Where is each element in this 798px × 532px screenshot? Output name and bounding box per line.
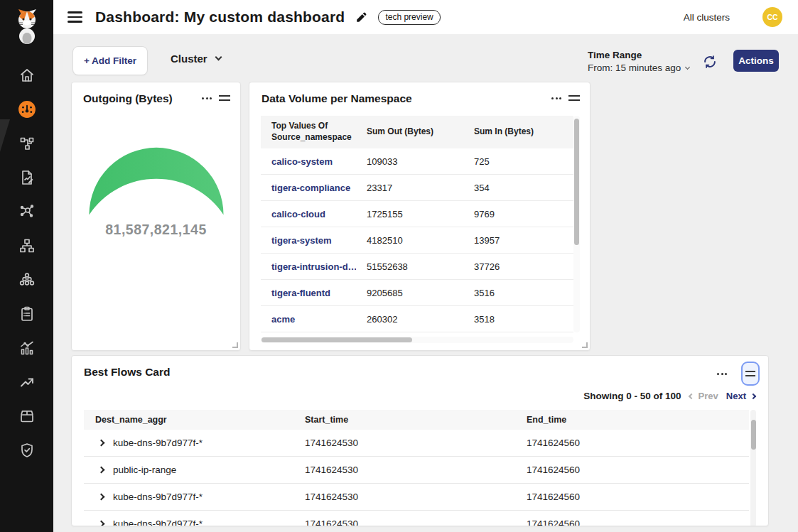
dest-name: kube-dns-9b7d977f-* (113, 438, 203, 448)
dest-name: public-ip-range (113, 465, 176, 475)
column-header: Top Values Of Source_namespace (261, 121, 356, 143)
card-title: Outgoing (Bytes) (83, 92, 173, 105)
namespace-link[interactable]: tigera-compliance (261, 183, 356, 193)
column-header: End_time (527, 415, 749, 425)
shield-check-icon[interactable] (0, 433, 53, 467)
card-resize-handle[interactable] (232, 342, 238, 348)
page-title: Dashboard: My custom dashboard (95, 9, 345, 26)
calico-logo[interactable] (13, 9, 41, 48)
card-menu-icon[interactable] (551, 94, 561, 102)
policies-icon[interactable] (0, 161, 53, 195)
table-row: calico-system 109033 725 (261, 148, 573, 175)
card-drag-handle-icon[interactable] (219, 92, 230, 104)
time-range-label: Time Range (588, 50, 689, 60)
trend-icon[interactable] (0, 365, 53, 399)
vertical-scrollbar[interactable] (750, 410, 756, 526)
table-row: acme 260302 3518 (261, 306, 573, 332)
outgoing-bytes-card: Outgoing (Bytes) 81,587,821,145 (71, 82, 241, 351)
expand-chevron-icon[interactable] (98, 521, 105, 526)
dashboard-icon[interactable] (0, 92, 53, 126)
expand-chevron-icon[interactable] (98, 467, 105, 474)
card-resize-handle[interactable] (582, 342, 588, 348)
time-range-value[interactable]: From: 15 minutes ago (588, 63, 689, 73)
table-row[interactable]: kube-dns-9b7d977f-* 1741624530 174162456… (84, 484, 749, 511)
cluster-selector[interactable]: All clusters (684, 12, 730, 23)
card-drag-handle-icon[interactable] (568, 92, 580, 104)
start-time: 1741624530 (305, 465, 527, 475)
sum-in-value: 354 (463, 183, 573, 193)
menu-hamburger-icon[interactable] (68, 11, 82, 23)
chevron-left-icon (688, 393, 694, 398)
network-share-icon[interactable] (0, 195, 53, 229)
column-header: Dest_name_aggr (84, 415, 305, 425)
time-range-from-text: From: 15 minutes ago (588, 63, 681, 73)
sum-in-value: 13957 (463, 235, 573, 246)
table-row[interactable]: kube-dns-9b7d977f-* 1741624530 174162456… (84, 511, 749, 526)
header-right: All clusters CC (684, 7, 798, 27)
vertical-scrollbar[interactable] (573, 116, 580, 332)
next-button[interactable]: Next (726, 391, 755, 401)
sum-in-value: 725 (463, 156, 573, 167)
horizontal-scrollbar[interactable] (261, 337, 573, 343)
cluster-dropdown-label: Cluster (171, 53, 207, 65)
prev-button[interactable]: Prev (689, 391, 718, 401)
actions-button[interactable]: Actions (733, 50, 779, 72)
sum-in-value: 3516 (463, 288, 573, 298)
gauge-chart (82, 145, 230, 220)
prev-label: Prev (699, 391, 718, 401)
column-header: Start_time (305, 415, 527, 425)
cluster-nodes-icon[interactable] (0, 263, 53, 297)
tech-preview-badge: tech preview (378, 10, 440, 25)
statistics-icon[interactable] (0, 331, 53, 365)
card-menu-icon[interactable] (202, 94, 212, 102)
namespace-link[interactable]: tigera-intrusion-d… (261, 261, 356, 272)
data-volume-card: Data Volume per Namespace Top Values Of … (249, 82, 591, 351)
sidebar-nav (0, 58, 53, 467)
card-drag-handle-focused[interactable] (741, 362, 760, 386)
avatar[interactable]: CC (762, 7, 782, 27)
gauge-value: 81,587,821,145 (72, 222, 240, 238)
table-row[interactable]: public-ip-range 1741624530 1741624560 (84, 457, 749, 484)
dest-name: kube-dns-9b7d977f-* (113, 492, 203, 502)
card-menu-icon[interactable] (717, 370, 727, 378)
home-icon[interactable] (0, 58, 53, 92)
sum-out-value: 51552638 (356, 261, 463, 272)
edit-pencil-icon[interactable] (355, 11, 368, 24)
scrollbar-thumb[interactable] (751, 420, 756, 450)
expand-chevron-icon[interactable] (98, 494, 105, 501)
clipboard-icon[interactable] (0, 297, 53, 331)
refresh-icon[interactable] (702, 54, 718, 70)
scrollbar-thumb[interactable] (261, 337, 412, 342)
namespace-link[interactable]: tigera-fluentd (261, 288, 356, 298)
dest-name: kube-dns-9b7d977f-* (113, 519, 203, 526)
table-row: tigera-system 4182510 13957 (261, 227, 573, 254)
sitemap-icon[interactable] (0, 229, 53, 263)
table-row: tigera-intrusion-d… 51552638 37726 (261, 254, 573, 280)
cluster-dropdown[interactable]: Cluster (171, 53, 221, 65)
sum-in-value: 9769 (463, 209, 573, 219)
namespace-table: Top Values Of Source_namespace Sum Out (… (261, 116, 580, 344)
add-filter-button[interactable]: + Add Filter (72, 46, 148, 75)
service-graph-icon[interactable] (0, 126, 53, 161)
sum-out-value: 109033 (356, 156, 463, 167)
table-row[interactable]: kube-dns-9b7d977f-* 1741624530 174162456… (84, 430, 749, 457)
start-time: 1741624530 (305, 492, 527, 502)
namespace-link[interactable]: calico-cloud (261, 209, 356, 219)
column-header: Sum Out (Bytes) (356, 126, 463, 138)
card-title: Data Volume per Namespace (261, 92, 412, 105)
table-row: tigera-fluentd 9205685 3516 (261, 280, 573, 306)
storage-box-icon[interactable] (0, 399, 53, 433)
namespace-link[interactable]: calico-system (261, 156, 356, 167)
expand-chevron-icon[interactable] (98, 440, 105, 447)
table-header-row: Dest_name_aggr Start_time End_time (84, 410, 749, 430)
sum-in-value: 37726 (463, 261, 573, 272)
end-time: 1741624560 (527, 519, 749, 526)
chevron-right-icon (750, 393, 756, 398)
chevron-down-icon (215, 54, 222, 61)
namespace-link[interactable]: tigera-system (261, 235, 356, 246)
namespace-link[interactable]: acme (261, 314, 356, 325)
next-label: Next (726, 391, 746, 401)
flows-table: Dest_name_aggr Start_time End_time kube-… (84, 410, 749, 526)
scrollbar-thumb[interactable] (574, 119, 579, 245)
sum-out-value: 9205685 (356, 288, 463, 298)
